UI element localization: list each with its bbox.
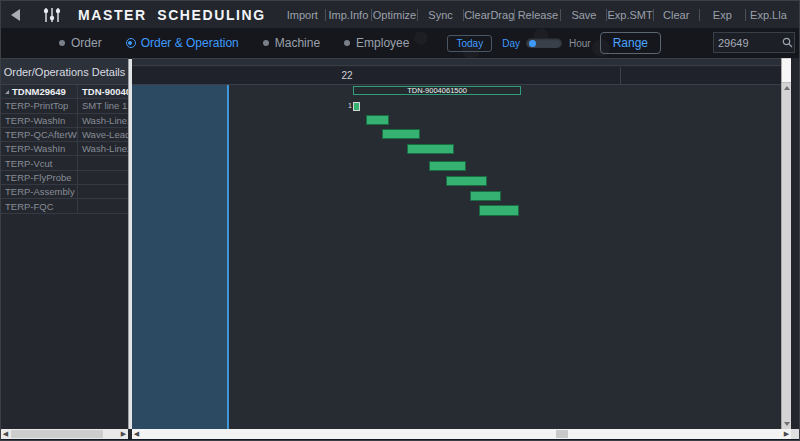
range-button[interactable]: Range <box>600 32 661 54</box>
machine-cell <box>78 171 128 184</box>
toggle-knob[interactable] <box>529 40 536 47</box>
scroll-left-icon[interactable]: ◀ <box>1 429 10 439</box>
task-bar-terp-assembly[interactable] <box>470 191 501 201</box>
scroll-up-icon[interactable] <box>784 86 790 90</box>
menu-item-exp-smt[interactable]: Exp.SMT <box>607 6 652 24</box>
gantt-scrollbar-thumb[interactable] <box>556 430 568 438</box>
day-hour-toggle[interactable] <box>526 38 562 48</box>
table-row[interactable]: TERP-FlyProbe <box>1 171 128 185</box>
menu-item-exp-lla[interactable]: Exp.Lla <box>746 6 791 24</box>
task-bar-terp-flyprobe[interactable] <box>446 176 487 186</box>
gantt-body[interactable]: TDN-90040615001 <box>132 85 791 429</box>
radio-icon <box>126 38 136 48</box>
timeline-header-date[interactable]: 22 <box>132 67 791 85</box>
scroll-right-icon[interactable]: ▶ <box>119 429 128 439</box>
gantt-chart: 22 TDN-90040615001 <box>132 58 791 429</box>
view-option-order[interactable]: Order <box>59 36 102 50</box>
task-bar-terp-washin[interactable] <box>366 115 389 125</box>
machine-cell <box>78 199 128 212</box>
operation-cell: TERP-Vcut <box>1 156 78 169</box>
machine-cell: Wash-Line2 <box>78 142 128 155</box>
task-bar-terp-printtop[interactable] <box>353 102 360 111</box>
scroll-down-icon[interactable] <box>784 422 790 426</box>
operation-cell: TERP-QCAfterWave <box>1 128 78 141</box>
menu-item-cleardrag[interactable]: ClearDrag <box>464 6 514 24</box>
menu-item-save[interactable]: Save <box>561 6 606 24</box>
today-button[interactable]: Today <box>447 35 492 52</box>
view-option-label: Order <box>71 36 102 50</box>
timeline-header-top <box>132 58 791 66</box>
task-bar-terp-qcafterwave[interactable] <box>382 129 420 139</box>
hour-scale-label: Hour <box>569 38 591 49</box>
search-icon[interactable] <box>780 37 794 48</box>
view-option-order-operation[interactable]: Order & Operation <box>126 36 239 50</box>
order-span-outline[interactable]: TDN-9004061500 <box>353 86 521 95</box>
table-row[interactable]: TERP-WashInWash-Line1 <box>1 114 128 128</box>
timeline-column-divider <box>620 67 621 84</box>
app-title: MASTER SCHEDULING <box>78 7 266 23</box>
task-bar-terp-fqc[interactable] <box>479 205 519 216</box>
sliders-icon <box>42 7 62 23</box>
operation-cell: TERP-WashIn <box>1 114 78 127</box>
menu-item-clear[interactable]: Clear <box>654 6 699 24</box>
day-tick-label: 22 <box>336 70 358 81</box>
radio-icon <box>344 40 350 46</box>
table-row[interactable]: TDNM29649TDN-900406 <box>1 85 128 99</box>
panel-scrollbar-thumb[interactable] <box>11 430 103 438</box>
operation-cell: TERP-FlyProbe <box>1 171 78 184</box>
operation-cell: TERP-PrintTop <box>1 99 78 112</box>
operation-cell: TERP-WashIn <box>1 142 78 155</box>
menu-item-release[interactable]: Release <box>515 6 560 24</box>
vertical-scrollbar-thumb[interactable] <box>782 59 791 83</box>
machine-cell <box>78 156 128 169</box>
gantt-horizontal-scrollbar[interactable]: ◀ ▶ <box>132 429 791 439</box>
main-menu: ImportImp.InfoOptimizeSyncClearDragRelea… <box>280 1 791 28</box>
machine-cell: Wave-Lead <box>78 128 128 141</box>
menu-item-imp-info[interactable]: Imp.Info <box>326 6 371 24</box>
back-arrow-icon[interactable] <box>11 9 20 21</box>
operations-table: TDNM29649TDN-900406TERP-PrintTopSMT line… <box>1 85 128 214</box>
scroll-right-icon[interactable]: ▶ <box>782 429 791 439</box>
search-box <box>713 32 795 53</box>
content-area: Order/Operations Details TDNM29649TDN-90… <box>1 58 800 429</box>
machine-cell <box>78 185 128 198</box>
view-option-employee[interactable]: Employee <box>344 36 409 50</box>
search-input[interactable] <box>714 37 780 49</box>
operation-cell: TDNM29649 <box>1 85 78 98</box>
today-highlight-band <box>132 85 229 429</box>
expand-marker-icon[interactable] <box>5 90 9 94</box>
table-row[interactable]: TERP-QCAfterWaveWave-Lead <box>1 128 128 142</box>
day-scale-label: Day <box>502 38 520 49</box>
toolbar: OrderOrder & OperationMachineEmployee To… <box>1 28 799 58</box>
vertical-scrollbar[interactable] <box>781 58 791 429</box>
menu-item-import[interactable]: Import <box>280 6 325 24</box>
task-bar-terp-vcut[interactable] <box>429 161 466 171</box>
title-bar: MASTER SCHEDULING ImportImp.InfoOptimize… <box>1 1 799 28</box>
master-scheduling-window: MASTER SCHEDULING ImportImp.InfoOptimize… <box>0 0 800 441</box>
view-option-label: Employee <box>356 36 409 50</box>
operation-cell: TERP-FQC <box>1 199 78 212</box>
view-option-machine[interactable]: Machine <box>263 36 320 50</box>
machine-cell: SMT line 1 <box>78 99 128 112</box>
table-row[interactable]: TERP-FQC <box>1 199 128 213</box>
operation-cell: TERP-Assembly <box>1 185 78 198</box>
task-bar-terp-washin-2[interactable] <box>407 144 454 154</box>
radio-icon <box>263 40 269 46</box>
view-option-label: Order & Operation <box>141 36 239 50</box>
table-row[interactable]: TERP-PrintTopSMT line 1 <box>1 99 128 113</box>
scrollbar-corner <box>791 429 800 439</box>
menu-item-optimize[interactable]: Optimize <box>372 6 417 24</box>
panel-horizontal-scrollbar[interactable]: ◀ ▶ <box>1 429 128 439</box>
radio-icon <box>59 40 65 46</box>
menu-item-sync[interactable]: Sync <box>418 6 463 24</box>
table-row[interactable]: TERP-Vcut <box>1 156 128 170</box>
table-row[interactable]: TERP-Assembly <box>1 185 128 199</box>
table-row[interactable]: TERP-WashInWash-Line2 <box>1 142 128 156</box>
bar-prefix-label: 1 <box>348 102 352 109</box>
machine-cell: TDN-900406 <box>78 85 128 98</box>
scroll-left-icon[interactable]: ◀ <box>132 429 141 439</box>
machine-cell: Wash-Line1 <box>78 114 128 127</box>
view-radio-group: OrderOrder & OperationMachineEmployee <box>59 36 433 50</box>
order-operations-panel: Order/Operations Details TDNM29649TDN-90… <box>1 58 128 429</box>
menu-item-exp[interactable]: Exp <box>700 6 745 24</box>
